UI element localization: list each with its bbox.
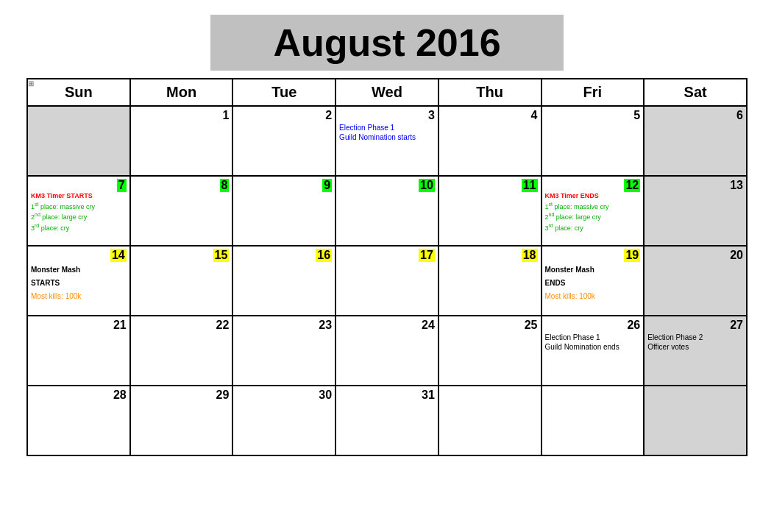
week-row-5: 28 29 30 31	[27, 386, 747, 455]
day-cell-18: 18	[439, 246, 542, 316]
day-cell-23: 23	[232, 316, 335, 386]
day-cell-24: 24	[335, 316, 439, 386]
week-row-4: 21 22 23 24 25 26 Election Phase 1 Guild	[27, 316, 747, 386]
day-number-17: 17	[419, 249, 435, 262]
day-cell-empty-thu	[439, 386, 542, 455]
calendar-table: Sun Mon Tue Wed Thu Fri Sat 1 2 3	[26, 78, 748, 456]
header-row: Sun Mon Tue Wed Thu Fri Sat	[27, 79, 747, 106]
day-number-9: 9	[322, 179, 332, 192]
monster-mash-label-14: Monster Mash	[31, 266, 80, 274]
day-cell-6: 6	[644, 106, 747, 176]
calendar-title-container: August 2016	[210, 15, 564, 71]
week-row-2: 7 KM3 Timer STARTS 1st place: massive cr…	[27, 176, 747, 246]
day-cell-3: 3 Election Phase 1 Guild Nomination star…	[335, 106, 439, 176]
day-number-6: 6	[647, 109, 743, 122]
most-kills-14: Most kills: 100k	[31, 292, 81, 300]
day-number-11: 11	[522, 179, 538, 192]
event-officer-votes: Officer votes	[647, 343, 743, 351]
day-cell-empty-fri	[542, 386, 645, 455]
day-number-5: 5	[545, 109, 641, 122]
day-number-16: 16	[316, 249, 332, 262]
day-cell-28: 28	[27, 386, 130, 455]
event-guild-nomination-ends: Guild Nomination ends	[545, 343, 641, 351]
day-number-25: 25	[442, 319, 538, 332]
header-tue: Tue	[232, 79, 335, 106]
day-number-26: 26	[545, 319, 641, 332]
monster-ends-label: ENDS	[545, 279, 566, 287]
day-cell-11: 11	[439, 176, 542, 246]
day-number-15: 15	[213, 249, 230, 262]
day-cell-30: 30	[232, 386, 335, 455]
day-cell-29: 29	[130, 386, 233, 455]
resize-handle[interactable]: ⊞	[28, 79, 34, 88]
monster-start-event: Monster Mash STARTS Most kills: 100k	[31, 262, 127, 302]
day-cell-16: 16	[232, 246, 335, 316]
day-cell-7: 7 KM3 Timer STARTS 1st place: massive cr…	[27, 176, 130, 246]
day-cell-2: 2	[232, 106, 335, 176]
day-number-13: 13	[647, 179, 743, 192]
day-number-20: 20	[647, 249, 743, 262]
km3-end-event: KM3 Timer ENDS 1st place: massive cry2nd…	[545, 192, 641, 233]
header-mon: Mon	[130, 79, 233, 106]
monster-mash-label-19: Monster Mash	[545, 266, 594, 274]
week-row-3: 14 Monster Mash STARTS Most kills: 100k …	[27, 246, 747, 316]
day-cell-4: 4	[439, 106, 542, 176]
day-number-30: 30	[236, 389, 332, 402]
day-cell-22: 22	[130, 316, 233, 386]
calendar-title: August 2016	[273, 21, 500, 64]
day-number-8: 8	[220, 179, 230, 192]
day-cell-26: 26 Election Phase 1 Guild Nomination end…	[542, 316, 645, 386]
day-number-19: 19	[624, 249, 640, 262]
day-cell-17: 17	[335, 246, 439, 316]
day-cell-5: 5	[542, 106, 645, 176]
day-number-22: 22	[134, 319, 230, 332]
event-election-phase1-start: Election Phase 1	[339, 124, 435, 132]
day-cell-14: 14 Monster Mash STARTS Most kills: 100k	[27, 246, 130, 316]
header-fri: Fri	[542, 79, 645, 106]
day-number-3: 3	[339, 109, 435, 122]
km3-places-7: 1st place: massive cry2nd place: large c…	[31, 203, 95, 232]
day-cell-10: 10	[335, 176, 439, 246]
event-guild-nomination-starts: Guild Nomination starts	[339, 133, 435, 141]
day-cell-20: 20	[644, 246, 747, 316]
day-number-2: 2	[236, 109, 332, 122]
event-election-phase1-end: Election Phase 1	[545, 333, 641, 341]
calendar-wrapper: ⊞ Sun Mon Tue Wed Thu Fri Sat 1 2	[26, 78, 748, 456]
day-number-27: 27	[647, 319, 743, 332]
day-cell-empty-sat	[644, 386, 747, 455]
day-number-10: 10	[419, 179, 435, 192]
header-sat: Sat	[644, 79, 747, 106]
header-sun: Sun	[27, 79, 130, 106]
day-number-1: 1	[134, 109, 230, 122]
event-election-phase2: Election Phase 2	[647, 333, 743, 341]
week-row-1: 1 2 3 Election Phase 1 Guild Nomination …	[27, 106, 747, 176]
day-number-21: 21	[31, 319, 127, 332]
day-cell-19: 19 Monster Mash ENDS Most kills: 100k	[542, 246, 645, 316]
day-number-7: 7	[117, 179, 127, 192]
day-cell-15: 15	[130, 246, 233, 316]
day-cell-21: 21	[27, 316, 130, 386]
monster-end-event: Monster Mash ENDS Most kills: 100k	[545, 262, 641, 302]
day-cell-12: 12 KM3 Timer ENDS 1st place: massive cry…	[542, 176, 645, 246]
km3-start-event: KM3 Timer STARTS 1st place: massive cry2…	[31, 192, 127, 233]
monster-starts-label: STARTS	[31, 279, 60, 287]
day-cell-13: 13	[644, 176, 747, 246]
day-cell-1: 1	[130, 106, 233, 176]
day-number-31: 31	[339, 389, 435, 402]
day-cell-27: 27 Election Phase 2 Officer votes	[644, 316, 747, 386]
day-number-28: 28	[31, 389, 127, 402]
km3-timer-ends: KM3 Timer ENDS	[545, 192, 599, 199]
day-cell-9: 9	[232, 176, 335, 246]
day-cell-8: 8	[130, 176, 233, 246]
km3-timer-starts: KM3 Timer STARTS	[31, 192, 93, 199]
day-cell-31: 31	[335, 386, 439, 455]
day-cell-25: 25	[439, 316, 542, 386]
header-wed: Wed	[335, 79, 439, 106]
most-kills-19: Most kills: 100k	[545, 292, 595, 300]
km3-places-12: 1st place: massive cry2nd place: large c…	[545, 203, 609, 232]
header-thu: Thu	[439, 79, 542, 106]
day-number-29: 29	[134, 389, 230, 402]
day-number-23: 23	[236, 319, 332, 332]
day-number-4: 4	[442, 109, 538, 122]
day-cell-empty	[27, 106, 130, 176]
